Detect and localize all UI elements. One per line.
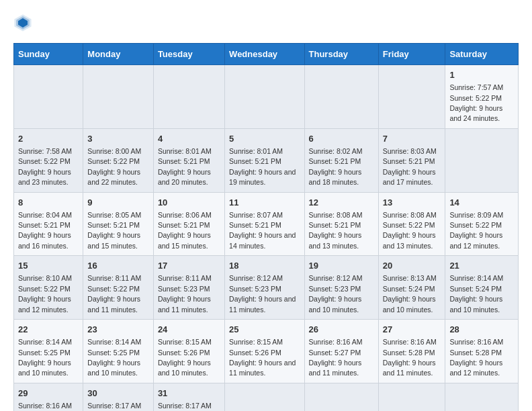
calendar-day-17: 17 Sunrise: 8:11 AM Sunset: 5:23 PM Dayl… (153, 256, 224, 320)
sunrise: Sunrise: 8:02 AM (309, 147, 363, 155)
sunset: Sunset: 5:22 PM (383, 221, 435, 229)
daylight: Daylight: 9 hours and 12 minutes. (449, 359, 502, 377)
day-number: 1 (449, 69, 514, 81)
day-number: 10 (158, 197, 220, 209)
calendar-week-row: 15 Sunrise: 8:10 AM Sunset: 5:22 PM Dayl… (14, 256, 519, 320)
sunset: Sunset: 5:25 PM (87, 349, 140, 357)
calendar-week-row: 1 Sunrise: 7:57 AM Sunset: 5:22 PM Dayli… (14, 65, 519, 129)
header-tuesday: Tuesday (153, 44, 224, 65)
sunrise: Sunrise: 8:14 AM (449, 274, 503, 282)
daylight: Daylight: 9 hours and 10 minutes. (309, 295, 362, 313)
daylight: Daylight: 9 hours and 18 minutes. (309, 168, 362, 186)
calendar-day-24: 24 Sunrise: 8:15 AM Sunset: 5:26 PM Dayl… (153, 320, 224, 383)
sunset: Sunset: 5:23 PM (229, 285, 281, 293)
sunset: Sunset: 5:21 PM (229, 157, 281, 165)
day-number: 29 (18, 387, 79, 400)
day-number: 18 (229, 260, 300, 272)
daylight: Daylight: 9 hours and 20 minutes. (158, 168, 211, 186)
calendar-day-15: 15 Sunrise: 8:10 AM Sunset: 5:22 PM Dayl… (14, 256, 83, 320)
daylight: Daylight: 9 hours and 24 minutes. (449, 104, 502, 122)
day-number: 23 (87, 324, 149, 336)
day-number: 14 (449, 197, 514, 209)
day-number: 25 (229, 324, 300, 336)
daylight: Daylight: 9 hours and 14 minutes. (229, 231, 296, 249)
calendar-week-row: 22 Sunrise: 8:14 AM Sunset: 5:25 PM Dayl… (14, 320, 519, 383)
sunset: Sunset: 5:23 PM (158, 285, 210, 293)
sunrise: Sunrise: 8:13 AM (383, 274, 437, 282)
empty-cell (445, 128, 519, 192)
sunrise: Sunrise: 8:01 AM (158, 147, 212, 155)
sunset: Sunset: 5:22 PM (87, 157, 140, 165)
sunrise: Sunrise: 8:14 AM (87, 338, 141, 346)
calendar-day-5: 5 Sunrise: 8:01 AM Sunset: 5:21 PM Dayli… (225, 128, 304, 192)
calendar-day-1: 1 Sunrise: 7:57 AM Sunset: 5:22 PM Dayli… (445, 65, 519, 129)
calendar-day-16: 16 Sunrise: 8:11 AM Sunset: 5:22 PM Dayl… (83, 256, 154, 320)
calendar-day-20: 20 Sunrise: 8:13 AM Sunset: 5:24 PM Dayl… (378, 256, 445, 320)
empty-cell (378, 65, 445, 129)
daylight: Daylight: 9 hours and 16 minutes. (18, 231, 71, 249)
calendar-day-7: 7 Sunrise: 8:03 AM Sunset: 5:21 PM Dayli… (378, 128, 445, 192)
logo-icon (13, 13, 32, 32)
sunrise: Sunrise: 8:14 AM (18, 338, 72, 346)
day-number: 2 (18, 133, 79, 145)
header-friday: Friday (378, 44, 445, 65)
sunrise: Sunrise: 8:04 AM (18, 211, 72, 219)
calendar-day-2: 2 Sunrise: 7:58 AM Sunset: 5:22 PM Dayli… (14, 128, 83, 192)
sunset: Sunset: 5:22 PM (87, 285, 140, 293)
sunset: Sunset: 5:22 PM (449, 94, 502, 102)
daylight: Daylight: 9 hours and 10 minutes. (383, 295, 436, 313)
sunrise: Sunrise: 8:15 AM (158, 338, 212, 346)
day-number: 4 (158, 133, 220, 145)
sunset: Sunset: 5:21 PM (158, 157, 210, 165)
calendar-day-3: 3 Sunrise: 8:00 AM Sunset: 5:22 PM Dayli… (83, 128, 154, 192)
sunrise: Sunrise: 8:11 AM (158, 274, 212, 282)
empty-cell (304, 65, 378, 129)
sunset: Sunset: 5:22 PM (18, 157, 71, 165)
daylight: Daylight: 9 hours and 10 minutes. (18, 359, 71, 377)
daylight: Daylight: 9 hours and 11 minutes. (229, 359, 296, 377)
day-number: 19 (309, 260, 374, 272)
daylight: Daylight: 9 hours and 10 minutes. (158, 359, 211, 377)
sunrise: Sunrise: 8:16 AM (18, 402, 72, 410)
sunrise: Sunrise: 8:01 AM (229, 147, 283, 155)
sunrise: Sunrise: 7:57 AM (449, 83, 503, 91)
sunset: Sunset: 5:27 PM (309, 349, 361, 357)
sunrise: Sunrise: 8:12 AM (309, 274, 363, 282)
sunrise: Sunrise: 7:58 AM (18, 147, 72, 155)
sunrise: Sunrise: 8:03 AM (383, 147, 437, 155)
sunset: Sunset: 5:22 PM (18, 285, 71, 293)
empty-cell (378, 383, 445, 411)
calendar-day-30: 30 Sunrise: 8:17 AM Sunset: 5:30 PM Dayl… (83, 383, 154, 411)
daylight: Daylight: 9 hours and 15 minutes. (158, 231, 211, 249)
day-number: 31 (158, 387, 220, 400)
day-number: 16 (87, 260, 149, 272)
calendar-week-row: 2 Sunrise: 7:58 AM Sunset: 5:22 PM Dayli… (14, 128, 519, 192)
calendar-day-26: 26 Sunrise: 8:16 AM Sunset: 5:27 PM Dayl… (304, 320, 378, 383)
daylight: Daylight: 9 hours and 12 minutes. (449, 231, 502, 249)
header-sunday: Sunday (14, 44, 83, 65)
day-number: 12 (309, 197, 374, 209)
calendar-header-row: SundayMondayTuesdayWednesdayThursdayFrid… (14, 44, 519, 65)
sunrise: Sunrise: 8:08 AM (309, 211, 363, 219)
sunrise: Sunrise: 8:16 AM (449, 338, 503, 346)
sunset: Sunset: 5:21 PM (309, 157, 361, 165)
sunset: Sunset: 5:21 PM (229, 221, 281, 229)
sunset: Sunset: 5:26 PM (158, 349, 210, 357)
sunrise: Sunrise: 8:05 AM (87, 211, 141, 219)
sunset: Sunset: 5:21 PM (18, 221, 71, 229)
calendar-day-31: 31 Sunrise: 8:17 AM Sunset: 5:31 PM Dayl… (153, 383, 224, 411)
logo (13, 13, 35, 32)
page-header (13, 13, 519, 32)
calendar-week-row: 29 Sunrise: 8:16 AM Sunset: 5:29 PM Dayl… (14, 383, 519, 411)
day-number: 11 (229, 197, 300, 209)
sunrise: Sunrise: 8:06 AM (158, 211, 212, 219)
sunset: Sunset: 5:25 PM (18, 349, 71, 357)
daylight: Daylight: 9 hours and 19 minutes. (229, 168, 296, 186)
daylight: Daylight: 9 hours and 10 minutes. (449, 295, 502, 313)
sunset: Sunset: 5:28 PM (449, 349, 502, 357)
day-number: 13 (383, 197, 441, 209)
sunrise: Sunrise: 8:00 AM (87, 147, 141, 155)
calendar-day-10: 10 Sunrise: 8:06 AM Sunset: 5:21 PM Dayl… (153, 192, 224, 256)
sunset: Sunset: 5:21 PM (87, 221, 140, 229)
calendar-day-21: 21 Sunrise: 8:14 AM Sunset: 5:24 PM Dayl… (445, 256, 519, 320)
